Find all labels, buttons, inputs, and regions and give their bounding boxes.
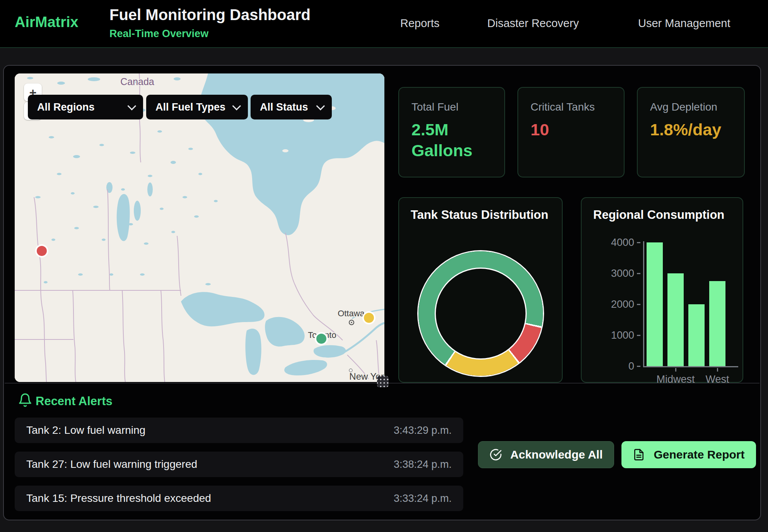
tank-marker-critical[interactable] [36,245,48,257]
map-canvas: Canada Ottawa Toronto New York [15,73,384,382]
file-text-icon [633,448,645,461]
tank-marker-normal[interactable] [316,333,327,344]
alert-timestamp: 3:33:24 p.m. [394,493,452,505]
stat-card-critical-tanks: Critical Tanks 10 [517,87,625,177]
chevron-down-icon [128,102,137,111]
alert-row: Tank 15: Pressure threshold exceeded 3:3… [15,486,463,511]
bar-1 [667,273,684,366]
x-tick-label: West [690,373,744,385]
nav-item-user-management[interactable]: User Management [638,17,730,30]
bar-series [644,242,737,366]
bar-3 [709,281,725,366]
y-tick-label: 0 [597,360,634,372]
acknowledge-all-button[interactable]: Acknowledge All [478,441,614,468]
header: AirMatrix Fuel Monitoring Dashboard Real… [0,0,768,48]
chart-title: Tank Status Distribution [411,208,548,222]
generate-report-label: Generate Report [654,448,744,461]
bell-icon [18,392,32,408]
page-subtitle: Real-Time Overview [109,28,208,40]
tank-status-chart-card: Tank Status Distribution [398,197,563,383]
stat-label: Critical Tanks [531,101,611,113]
x-tick-mark [717,368,718,372]
chart-title: Regional Consumption [593,208,724,222]
y-tick-label: 4000 [597,237,634,249]
alert-timestamp: 3:43:29 p.m. [394,425,452,437]
region-filter-value: All Regions [37,101,95,113]
page-title: Fuel Monitoring Dashboard [109,6,311,24]
status-filter-select[interactable]: All Status [251,95,332,119]
alert-row: Tank 27: Low fuel warning triggered 3:38… [15,452,463,477]
chevron-down-icon [232,102,241,111]
tank-map[interactable]: Canada Ottawa Toronto New York [15,73,384,382]
tank-marker-warning[interactable] [363,312,375,324]
y-tick-mark [637,366,640,367]
brand-logo: AirMatrix [15,14,79,31]
map-label-ottawa: Ottawa [338,309,365,318]
nav-item-reports[interactable]: Reports [400,17,440,30]
fuel-monitoring-dashboard: AirMatrix Fuel Monitoring Dashboard Real… [0,0,768,532]
stat-value: 2.5M Gallons [411,119,483,161]
bar-xaxis-labels: MidwestWest [644,368,738,391]
fuel-type-filter-value: All Fuel Types [155,101,225,113]
alerts-section-title: Recent Alerts [36,394,113,408]
alert-timestamp: 3:38:24 p.m. [394,459,452,471]
alert-message: Tank 27: Low fuel warning triggered [26,458,197,471]
fuel-type-filter-select[interactable]: All Fuel Types [146,95,248,119]
x-tick-mark [675,368,676,372]
stat-label: Avg Depletion [650,101,732,113]
y-tick-mark [637,242,640,243]
donut-chart [418,251,543,376]
bar-yaxis-labels: 01000200030004000 [597,242,640,366]
bar-2 [688,304,705,366]
y-tick-mark [637,335,640,336]
region-filter-select[interactable]: All Regions [28,95,143,119]
map-label-canada: Canada [120,76,154,87]
alert-message: Tank 2: Low fuel warning [26,424,145,437]
y-tick-label: 1000 [597,329,634,341]
chevron-down-icon [316,102,325,111]
alert-row: Tank 2: Low fuel warning 3:43:29 p.m. [15,418,463,443]
stat-label: Total Fuel [411,101,492,113]
y-tick-label: 2000 [597,298,634,310]
y-tick-mark [637,304,640,305]
status-filter-value: All Status [260,101,308,113]
y-tick-label: 3000 [597,268,634,280]
y-tick-mark [637,273,640,274]
bar-0 [647,242,663,366]
regional-consumption-chart-card: Regional Consumption 01000200030004000 M… [581,197,743,383]
stat-card-total-fuel: Total Fuel 2.5M Gallons [398,87,505,177]
stat-card-avg-depletion: Avg Depletion 1.8%/day [637,87,745,177]
nav-item-disaster-recovery[interactable]: Disaster Recovery [487,17,579,30]
check-circle-icon [490,448,502,461]
stat-value: 1.8%/day [650,119,722,140]
generate-report-button[interactable]: Generate Report [621,441,756,468]
bar-chart-x-axis [643,366,738,367]
stat-value: 10 [531,119,602,140]
acknowledge-all-label: Acknowledge All [510,448,603,461]
alert-message: Tank 15: Pressure threshold exceeded [26,492,211,505]
map-resize-handle[interactable] [377,376,389,387]
